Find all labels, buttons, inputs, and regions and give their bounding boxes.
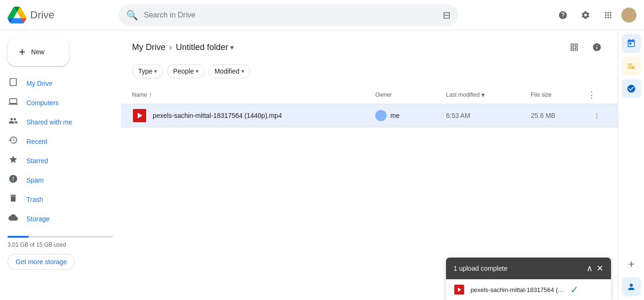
type-filter-label: Type xyxy=(138,67,152,75)
filters: Type ▾ People ▾ Modified ▾ xyxy=(121,60,618,86)
col-name-header[interactable]: Name ↑ xyxy=(132,91,375,99)
breadcrumb-current-label: Untitled folder xyxy=(176,42,228,52)
spam-icon xyxy=(8,174,19,186)
get-storage-button[interactable]: Get more storage xyxy=(8,254,75,270)
col-modified-label: Last modified xyxy=(446,92,479,98)
col-actions-more-icon: ⋮ xyxy=(587,90,596,100)
video-file-icon xyxy=(132,108,147,123)
settings-button[interactable] xyxy=(576,6,595,25)
type-filter-button[interactable]: Type ▾ xyxy=(132,64,163,78)
storage-icon xyxy=(8,213,19,225)
breadcrumb: My Drive › Untitled folder ▾ xyxy=(132,42,234,52)
sidebar-item-my-drive[interactable]: My Drive xyxy=(0,74,113,93)
recent-icon xyxy=(8,135,19,147)
owner-name: me xyxy=(390,112,399,119)
search-input[interactable] xyxy=(144,11,437,19)
sidebar-item-shared[interactable]: Shared with me xyxy=(0,112,113,132)
type-filter-arrow-icon: ▾ xyxy=(154,68,157,75)
settings-icon xyxy=(581,10,590,20)
contact-panel-icon[interactable] xyxy=(622,277,641,296)
help-button[interactable] xyxy=(553,6,572,25)
file-modified: 6:53 AM xyxy=(446,112,531,119)
col-size-header: File size xyxy=(531,92,587,98)
file-size: 25.6 MB xyxy=(531,112,587,119)
storage-label: Storage xyxy=(26,215,50,223)
computers-label: Computers xyxy=(26,99,58,107)
trash-label: Trash xyxy=(26,196,43,203)
sidebar-item-trash[interactable]: Trash xyxy=(0,190,113,209)
col-size-label: File size xyxy=(531,92,552,98)
more-icon: ⋮ xyxy=(594,112,600,119)
grid-view-button[interactable] xyxy=(565,38,584,57)
upload-file-icon xyxy=(454,284,465,295)
sidebar-item-starred[interactable]: Starred xyxy=(0,151,113,170)
breadcrumb-dropdown-icon: ▾ xyxy=(230,43,234,52)
breadcrumb-current[interactable]: Untitled folder ▾ xyxy=(176,42,234,52)
shared-label: Shared with me xyxy=(26,118,72,126)
breadcrumb-parent[interactable]: My Drive xyxy=(132,42,165,52)
sidebar-item-spam[interactable]: Spam xyxy=(0,170,113,190)
col-owner-label: Owner xyxy=(375,92,392,98)
filter-icon[interactable]: ⊟ xyxy=(443,9,451,21)
file-name: pexels-sachin-mittal-18317564 (1440p).mp… xyxy=(153,112,375,119)
new-button[interactable]: + New xyxy=(8,38,69,66)
contact-icon xyxy=(627,282,636,292)
owner-avatar xyxy=(375,110,387,121)
file-more-button[interactable]: ⋮ xyxy=(589,108,604,123)
info-icon xyxy=(592,42,602,52)
upload-filename: pexels-sachin-mittal-18317564 (1440p... xyxy=(471,286,565,293)
sidebar-item-computers[interactable]: Computers xyxy=(0,93,113,112)
recent-label: Recent xyxy=(26,138,47,145)
modified-filter-label: Modified xyxy=(215,67,239,75)
table-row[interactable]: pexels-sachin-mittal-18317564 (1440p).mp… xyxy=(121,104,618,127)
apps-button[interactable] xyxy=(599,6,618,25)
computers-icon xyxy=(8,97,19,108)
sidebar: + New My Drive Comput xyxy=(0,30,121,300)
upload-collapse-button[interactable]: ∧ xyxy=(586,263,593,274)
spam-label: Spam xyxy=(26,176,44,184)
sort-asc-icon: ↑ xyxy=(149,91,152,99)
right-panel xyxy=(618,30,644,300)
drive-logo-icon xyxy=(8,6,26,25)
task-panel-icon[interactable] xyxy=(622,79,641,98)
storage-bar xyxy=(8,236,113,238)
upload-notification: 1 upload complete ∧ ✕ pexels-sachin-mitt… xyxy=(446,258,611,300)
user-avatar[interactable] xyxy=(621,8,636,23)
people-filter-button[interactable]: People ▾ xyxy=(167,64,205,78)
modified-filter-button[interactable]: Modified ▾ xyxy=(208,64,250,78)
add-icon xyxy=(627,259,636,269)
starred-icon xyxy=(8,155,19,167)
upload-success-icon: ✓ xyxy=(570,284,578,295)
col-modified-header[interactable]: Last modified ▾ xyxy=(446,91,531,99)
storage-fill xyxy=(8,236,29,238)
col-actions-header: ⋮ xyxy=(587,90,606,100)
table-header: Name ↑ Owner Last modified ▾ File size ⋮ xyxy=(121,86,618,104)
search-bar[interactable]: 🔍 ⊟ xyxy=(119,4,458,26)
upload-item: pexels-sachin-mittal-18317564 (1440p... … xyxy=(446,279,611,300)
trash-icon xyxy=(8,193,19,205)
add-panel-icon[interactable] xyxy=(622,255,641,274)
search-icon: 🔍 xyxy=(126,9,138,21)
file-type-icon xyxy=(132,108,147,123)
starred-label: Starred xyxy=(26,157,48,165)
grid-icon xyxy=(570,42,579,52)
col-owner-header: Owner xyxy=(375,92,446,98)
modified-filter-arrow-icon: ▾ xyxy=(241,68,244,75)
sort-desc-icon: ▾ xyxy=(481,91,485,99)
header-actions xyxy=(553,6,636,25)
calendar-panel-icon[interactable] xyxy=(622,34,641,53)
info-button[interactable] xyxy=(587,38,606,57)
people-filter-label: People xyxy=(173,67,194,75)
note-panel-icon[interactable] xyxy=(622,57,641,75)
plus-icon: + xyxy=(19,45,25,58)
view-controls xyxy=(565,38,606,57)
file-actions: ⋮ xyxy=(587,108,606,123)
upload-close-button[interactable]: ✕ xyxy=(596,263,603,274)
my-drive-label: My Drive xyxy=(26,80,52,87)
file-owner: me xyxy=(375,110,446,121)
sidebar-item-storage[interactable]: Storage xyxy=(0,209,113,228)
storage-text: 3.01 GB of 15 GB used xyxy=(8,242,113,248)
apps-icon xyxy=(603,10,613,20)
breadcrumb-row: My Drive › Untitled folder ▾ xyxy=(121,30,618,60)
sidebar-item-recent[interactable]: Recent xyxy=(0,132,113,151)
